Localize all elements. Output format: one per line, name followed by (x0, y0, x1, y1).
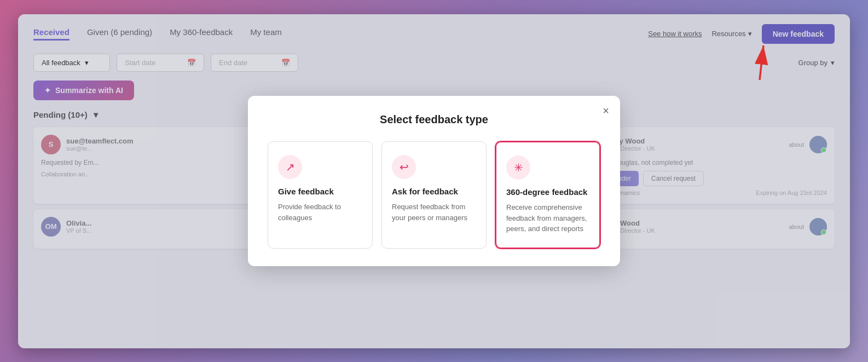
modal: Select feedback type × ↗ Give feedback P… (248, 96, 620, 266)
give-feedback-icon: ↗ (286, 160, 295, 174)
360-feedback-desc: Receive comprehensive feedback from mana… (506, 202, 589, 234)
main-content: Received Given (6 pending) My 360-feedba… (18, 14, 850, 348)
360-feedback-option[interactable]: ✳ 360-degree feedback Receive comprehens… (495, 141, 600, 249)
modal-title: Select feedback type (268, 113, 600, 126)
360-feedback-title: 360-degree feedback (506, 187, 589, 197)
give-feedback-icon-wrap: ↗ (278, 155, 302, 179)
give-feedback-title: Give feedback (278, 187, 362, 196)
give-feedback-option[interactable]: ↗ Give feedback Provide feedback to coll… (268, 141, 373, 249)
modal-overlay[interactable]: Select feedback type × ↗ Give feedback P… (18, 14, 850, 348)
give-feedback-desc: Provide feedback to colleagues (278, 202, 362, 223)
modal-options: ↗ Give feedback Provide feedback to coll… (268, 141, 600, 249)
360-feedback-icon: ✳ (514, 161, 523, 174)
ask-feedback-desc: Request feedback from your peers or mana… (392, 202, 476, 223)
360-feedback-icon-wrap: ✳ (506, 156, 530, 180)
modal-close-button[interactable]: × (603, 105, 609, 117)
app-window: Received Given (6 pending) My 360-feedba… (18, 14, 850, 348)
ask-feedback-title: Ask for feedback (392, 187, 476, 196)
ask-feedback-option[interactable]: ↩ Ask for feedback Request feedback from… (381, 141, 487, 249)
ask-feedback-icon: ↩ (400, 160, 409, 174)
ask-feedback-icon-wrap: ↩ (392, 155, 416, 179)
